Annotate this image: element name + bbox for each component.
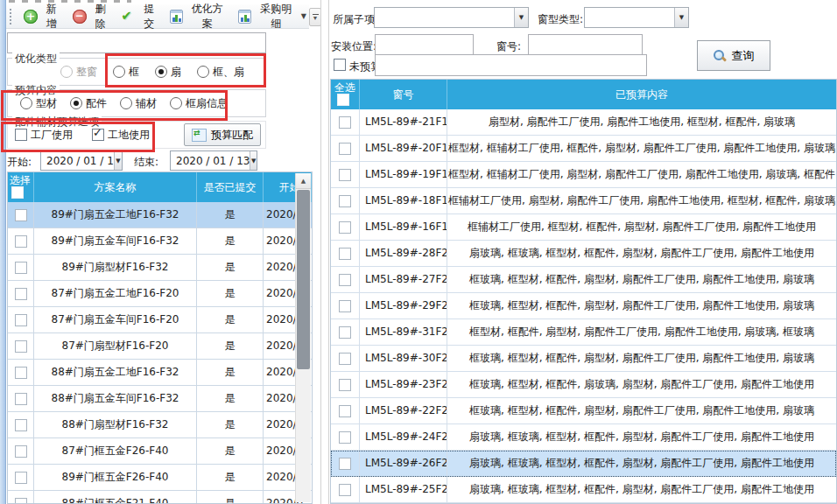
radio-option[interactable]: 框 bbox=[113, 65, 139, 80]
scroll-up-arrow[interactable]: ▲ bbox=[296, 173, 311, 189]
table-row[interactable]: 87#门扇型材F16-F20 是 2020/0 bbox=[8, 333, 312, 360]
row-checkbox[interactable] bbox=[15, 445, 27, 458]
radio-icon[interactable] bbox=[155, 66, 167, 78]
radio-option[interactable]: 整窗 bbox=[60, 65, 97, 80]
no-budget-input[interactable] bbox=[375, 54, 647, 76]
toolbar-overflow-button[interactable]: ▼ bbox=[309, 8, 321, 26]
table-row[interactable]: 88#门框五金F21-F40 是 2020/0 bbox=[8, 491, 312, 504]
date-start-picker[interactable]: 2020 / 01 / 1 ▼ bbox=[40, 150, 123, 171]
add-button[interactable]: 新增 bbox=[21, 0, 65, 33]
row-checkbox[interactable] bbox=[339, 405, 351, 417]
radio-icon[interactable] bbox=[197, 66, 209, 78]
row-checkbox[interactable] bbox=[339, 458, 351, 470]
submit-button[interactable]: 提交 bbox=[118, 0, 162, 33]
radio-option[interactable]: 辅材 bbox=[120, 96, 157, 111]
budgeted-content-column-header[interactable]: 已预算内容 bbox=[447, 80, 836, 109]
checkbox-icon[interactable] bbox=[92, 129, 104, 141]
row-checkbox[interactable] bbox=[15, 235, 27, 248]
radio-option[interactable]: 型材 bbox=[20, 96, 57, 111]
table-row[interactable]: 89#门扇五金工地F16-F32 是 2020/0 bbox=[8, 202, 312, 228]
checkbox-option[interactable]: 工地使用 bbox=[92, 128, 150, 143]
chevron-down-icon[interactable]: ▼ bbox=[674, 8, 688, 27]
row-checkbox[interactable] bbox=[15, 288, 27, 300]
table-row[interactable]: 89#门扇五金车间F16-F32 是 2020/0 bbox=[8, 228, 312, 255]
panel-splitter[interactable] bbox=[328, 0, 329, 504]
table-row[interactable]: 87#门框五金F26-F40 是 2020/0 bbox=[8, 438, 312, 465]
row-checkbox[interactable] bbox=[339, 143, 351, 155]
table-row[interactable]: LM5L-89#-21F19 扇型材, 扇配件工厂使用, 扇配件工地使用, 框型… bbox=[331, 109, 836, 136]
radio-icon[interactable] bbox=[120, 97, 132, 109]
radio-icon[interactable] bbox=[113, 66, 125, 78]
scrollbar-thumb[interactable] bbox=[297, 190, 310, 369]
row-checkbox[interactable] bbox=[339, 484, 351, 496]
row-checkbox[interactable] bbox=[15, 498, 27, 504]
table-row[interactable]: LM5L-89#-20F18 框型材, 框辅材工厂使用, 框配件, 扇型材, 扇… bbox=[331, 136, 836, 162]
row-checkbox[interactable] bbox=[15, 419, 27, 431]
table-row[interactable]: 88#门扇五金车间F16-F32 是 2020/0 bbox=[8, 386, 312, 412]
table-row[interactable]: LM5L-89#-23F21 框玻璃, 框型材, 框配件, 扇玻璃, 扇型材, … bbox=[331, 372, 836, 398]
purchase-detail-button[interactable]: 采购明细 ▼ bbox=[236, 0, 309, 33]
table-row[interactable]: LM5L-89#-31F29 框型材, 框配件, 扇型材, 扇配件工厂使用, 扇… bbox=[331, 319, 836, 346]
row-checkbox[interactable] bbox=[339, 221, 351, 234]
table-row[interactable]: 89#门框五金F26-F40 是 2020/0 bbox=[8, 465, 312, 491]
submitted-column-header[interactable]: 是否已提交 bbox=[197, 172, 264, 202]
toolbar-grip[interactable] bbox=[10, 9, 13, 24]
radio-option[interactable]: 框扇信息 bbox=[170, 96, 228, 111]
row-checkbox[interactable] bbox=[15, 340, 27, 353]
chevron-down-icon[interactable]: ▼ bbox=[250, 151, 257, 170]
install-position-input[interactable] bbox=[375, 34, 474, 55]
table-row[interactable]: 89#门扇型材F16-F32 是 2020/0 bbox=[8, 255, 312, 281]
table-row[interactable]: LM5L-89#-18F16 框辅材工厂使用, 扇型材, 扇配件工厂使用, 扇配… bbox=[331, 188, 836, 214]
table-row[interactable]: LM5L-89#-27F25 框玻璃, 框型材, 框配件, 扇型材, 扇配件工厂… bbox=[331, 267, 836, 293]
radio-icon[interactable] bbox=[170, 97, 182, 109]
budget-match-button[interactable]: 预算匹配 bbox=[184, 123, 261, 146]
row-checkbox[interactable] bbox=[15, 314, 27, 326]
row-checkbox[interactable] bbox=[15, 393, 27, 405]
row-checkbox[interactable] bbox=[339, 353, 351, 365]
plan-name-column-header[interactable]: 方案名称 bbox=[34, 172, 197, 202]
window-no-input[interactable] bbox=[528, 34, 643, 55]
table-row[interactable]: 87#门扇五金车间F16-F20 是 2020/0 bbox=[8, 307, 312, 333]
row-checkbox[interactable] bbox=[339, 300, 351, 312]
radio-option[interactable]: 扇 bbox=[155, 65, 181, 80]
checkbox-option[interactable]: 工厂使用 bbox=[15, 128, 73, 143]
delete-button[interactable]: 删除 bbox=[70, 0, 114, 33]
table-row[interactable]: LM5L-89#-30F28 框玻璃, 框型材, 框配件, 扇型材, 扇配件工厂… bbox=[331, 346, 836, 372]
date-end-picker[interactable]: 2020 / 01 / 13 ▼ bbox=[170, 150, 257, 171]
window-type-combo[interactable]: ▼ bbox=[584, 7, 689, 28]
table-row[interactable]: LM5L-89#-24F22 扇玻璃, 框玻璃, 框型材, 框配件, 扇型材, … bbox=[331, 424, 836, 451]
row-checkbox[interactable] bbox=[15, 262, 27, 274]
optimize-plan-button[interactable]: 优化方案 bbox=[167, 0, 230, 33]
table-row[interactable]: 88#门扇型材F16-F32 是 2020/0 bbox=[8, 412, 312, 438]
row-checkbox[interactable] bbox=[339, 431, 351, 444]
table-row[interactable]: 87#门扇五金工地F16-F20 是 2020/0 bbox=[8, 281, 312, 307]
table-row[interactable]: LM5L-89#-19F17 框型材, 框辅材工厂使用, 扇型材, 扇配件工厂使… bbox=[331, 162, 836, 188]
radio-icon[interactable] bbox=[20, 97, 32, 109]
row-checkbox[interactable] bbox=[15, 367, 27, 379]
row-checkbox[interactable] bbox=[339, 326, 351, 339]
table-row[interactable]: LM5L-89#-28F26 扇玻璃, 框玻璃, 框型材, 框配件, 扇型材, … bbox=[331, 241, 836, 267]
vertical-scrollbar[interactable]: ▲ bbox=[295, 173, 311, 502]
radio-icon[interactable] bbox=[70, 97, 82, 109]
row-checkbox[interactable] bbox=[339, 274, 351, 286]
checkbox-icon[interactable] bbox=[15, 129, 27, 141]
row-checkbox[interactable] bbox=[339, 169, 351, 181]
table-row[interactable]: LM5L-89#-26F24 扇玻璃, 框玻璃, 框型材, 框配件, 扇型材, … bbox=[331, 451, 836, 477]
row-checkbox[interactable] bbox=[339, 116, 351, 129]
row-checkbox[interactable] bbox=[15, 209, 27, 221]
radio-option[interactable]: 框、扇 bbox=[197, 65, 244, 80]
row-checkbox[interactable] bbox=[339, 248, 351, 260]
no-budget-checkbox[interactable] bbox=[334, 59, 346, 71]
radio-option[interactable]: 配件 bbox=[70, 96, 107, 111]
table-row[interactable]: LM5L-89#-25F23 扇玻璃, 框玻璃, 框型材, 框配件, 扇型材, … bbox=[331, 477, 836, 503]
row-checkbox[interactable] bbox=[15, 472, 27, 484]
sub-item-combo[interactable]: ▼ bbox=[374, 7, 529, 28]
row-checkbox[interactable] bbox=[339, 379, 351, 391]
select-all-checkbox[interactable] bbox=[337, 94, 349, 106]
window-no-column-header[interactable]: 窗号 bbox=[360, 80, 447, 109]
row-checkbox[interactable] bbox=[339, 195, 351, 207]
table-row[interactable]: LM5L-89#-22F20 框玻璃, 框型材, 框配件, 扇型材, 扇配件工厂… bbox=[331, 398, 836, 424]
table-row[interactable]: LM5L-89#-16F15 框辅材工厂使用, 框型材, 框配件, 扇型材, 扇… bbox=[331, 214, 836, 241]
table-row[interactable]: LM5L-89#-29F27 框玻璃, 框型材, 框配件, 扇型材, 扇配件工厂… bbox=[331, 293, 836, 319]
select-all-checkbox[interactable] bbox=[11, 186, 24, 199]
